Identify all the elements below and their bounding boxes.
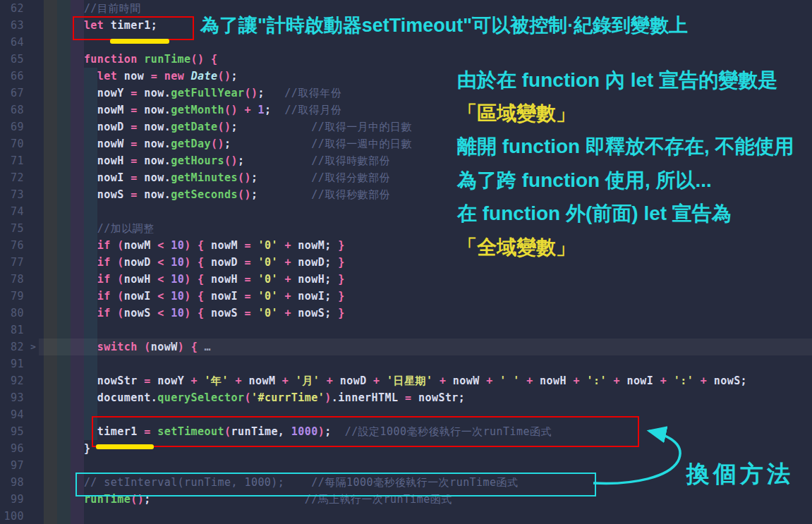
indent-guide: [84, 406, 97, 423]
gutter: 82>: [0, 339, 44, 355]
line-number: 65: [0, 51, 24, 68]
code-text: nowY = now.getFullYear(); //取得年份: [44, 85, 341, 102]
indent-guide: [71, 322, 84, 339]
line-number: 64: [0, 34, 24, 51]
gutter-spacer: [24, 474, 42, 491]
code-line: 69 nowD = now.getDate(); //取得一月中的日數: [0, 118, 812, 135]
line-number: 77: [0, 254, 24, 271]
code-line: 77 if (nowD < 10) { nowD = '0' + nowD; }: [0, 254, 812, 271]
code-line: 65 function runTime() {: [0, 51, 812, 68]
gutter-spacer: [24, 135, 42, 152]
indent-guide: [71, 355, 84, 372]
gutter-spacer: [24, 355, 42, 372]
code-text: nowI = now.getMinutes(); //取得分數部份: [44, 169, 390, 186]
code-text: function runTime() {: [44, 51, 218, 68]
gutter-spacer: [24, 152, 42, 169]
line-number: 78: [0, 271, 24, 288]
code-line: 67 nowY = now.getFullYear(); //取得年份: [0, 85, 812, 102]
code-line: 81: [0, 322, 812, 339]
code-line: 82> switch (nowW) { …: [0, 339, 812, 355]
line-number: 63: [0, 17, 24, 34]
gutter-spacer: [24, 237, 42, 254]
line-number: 99: [0, 491, 24, 508]
gutter: 81: [0, 322, 44, 339]
code-line: 76 if (nowM < 10) { nowM = '0' + nowM; }: [0, 237, 812, 254]
gutter-spacer: [24, 305, 42, 322]
gutter-spacer: [24, 0, 42, 17]
gutter: 70: [0, 135, 44, 152]
fold-chevron-icon[interactable]: >: [24, 339, 42, 355]
code-line: 73 nowS = now.getSeconds(); //取得秒數部份: [0, 186, 812, 203]
gutter: 73: [0, 186, 44, 203]
indent-guide: [84, 355, 97, 372]
gutter-spacer: [24, 17, 42, 34]
indent-guide: [71, 34, 84, 51]
code-editor: 62 //目前時間63 let timer1;6465 function run…: [0, 0, 812, 524]
code-line: 78 if (nowH < 10) { nowH = '0' + nowH; }: [0, 271, 812, 288]
gutter-spacer: [24, 406, 42, 423]
gutter: 100: [0, 508, 44, 524]
gutter-spacer: [24, 102, 42, 118]
indent-guide: [57, 508, 71, 524]
line-number: 73: [0, 186, 24, 203]
indent-guide: [44, 203, 57, 220]
line-number: 80: [0, 305, 24, 322]
gutter: 78: [0, 271, 44, 288]
gutter-spacer: [24, 372, 42, 389]
line-number: 95: [0, 423, 24, 440]
code-line: 70 nowW = now.getDay(); //取得一週中的日數: [0, 135, 812, 152]
code-text: let timer1;: [44, 17, 157, 34]
code-line: 68 nowM = now.getMonth() + 1; //取得月份: [0, 102, 812, 118]
gutter: 91: [0, 355, 44, 372]
gutter-spacer: [24, 322, 42, 339]
gutter: 98: [0, 474, 44, 491]
gutter: 99: [0, 491, 44, 508]
gutter: 64: [0, 34, 44, 51]
gutter: 72: [0, 169, 44, 186]
indent-guide: [71, 406, 84, 423]
gutter: 76: [0, 237, 44, 254]
indent-guide: [44, 355, 57, 372]
line-number: 94: [0, 406, 24, 423]
gutter-spacer: [24, 203, 42, 220]
line-number: 79: [0, 288, 24, 305]
code-text: nowM = now.getMonth() + 1; //取得月份: [44, 102, 341, 118]
code-line: 63 let timer1;: [0, 17, 812, 34]
gutter: 68: [0, 102, 44, 118]
code-line: 98 // setInterval(runTime, 1000); //每隔10…: [0, 474, 812, 491]
indent-guide: [57, 203, 71, 220]
indent-guide: [84, 203, 97, 220]
line-number: 96: [0, 440, 24, 457]
gutter: 92: [0, 372, 44, 389]
line-number: 82: [0, 339, 24, 355]
line-number: 71: [0, 152, 24, 169]
gutter-spacer: [24, 457, 42, 474]
gutter: 95: [0, 423, 44, 440]
line-number: 100: [0, 508, 24, 524]
code-line: 72 nowI = now.getMinutes(); //取得分數部份: [0, 169, 812, 186]
code-text: // setInterval(runTime, 1000); //每隔1000毫…: [44, 474, 518, 491]
gutter: 67: [0, 85, 44, 102]
gutter-spacer: [24, 491, 42, 508]
code-text: if (nowM < 10) { nowM = '0' + nowM; }: [44, 237, 345, 254]
code-text: if (nowI < 10) { nowI = '0' + nowI; }: [44, 288, 345, 305]
gutter: 71: [0, 152, 44, 169]
gutter-spacer: [24, 220, 42, 237]
line-number: 91: [0, 355, 24, 372]
line-number: 74: [0, 203, 24, 220]
code-text: timer1 = setTimeout(runTime, 1000); //設定…: [44, 423, 552, 440]
code-line: 97: [0, 457, 812, 474]
gutter: 94: [0, 406, 44, 423]
code-text: //目前時間: [44, 0, 141, 17]
code-line: 94: [0, 406, 812, 423]
gutter-spacer: [24, 254, 42, 271]
code-text: let now = new Date();: [44, 68, 238, 85]
gutter-spacer: [24, 34, 42, 51]
line-number: 98: [0, 474, 24, 491]
gutter-spacer: [24, 440, 42, 457]
indent-guide: [84, 322, 97, 339]
indent-guide: [71, 508, 84, 524]
line-number: 76: [0, 237, 24, 254]
indent-guide: [57, 406, 71, 423]
gutter-spacer: [24, 288, 42, 305]
